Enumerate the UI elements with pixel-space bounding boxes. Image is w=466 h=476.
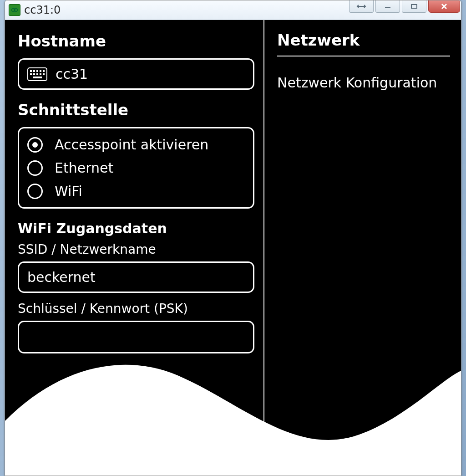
close-button[interactable] xyxy=(428,0,460,13)
interface-radio-group: Accesspoint aktivieren Ethernet WiFi xyxy=(18,127,254,209)
radio-ethernet[interactable]: Ethernet xyxy=(27,156,245,179)
maximize-button[interactable] xyxy=(402,0,426,13)
svg-rect-4 xyxy=(30,70,32,72)
psk-label: Schlüssel / Kennwort (PSK) xyxy=(18,301,254,316)
hostname-heading: Hostname xyxy=(18,32,254,50)
keyboard-icon xyxy=(27,67,47,81)
side-title: Netzwerk xyxy=(277,31,450,56)
radio-icon xyxy=(27,160,43,176)
side-item-network-config[interactable]: Netzwerk Konfiguration xyxy=(277,74,450,92)
svg-rect-9 xyxy=(30,73,32,75)
psk-field[interactable] xyxy=(18,321,254,353)
ssid-value: beckernet xyxy=(27,269,96,285)
svg-rect-11 xyxy=(36,73,38,75)
radio-accesspoint[interactable]: Accesspoint aktivieren xyxy=(27,133,245,156)
ssid-field[interactable]: beckernet xyxy=(18,261,254,293)
minimize-button[interactable] xyxy=(375,0,400,13)
radio-label: WiFi xyxy=(55,183,82,199)
svg-rect-14 xyxy=(33,77,42,78)
interface-heading: Schnittstelle xyxy=(18,101,254,119)
resize-button[interactable] xyxy=(349,0,374,13)
window-controls xyxy=(347,0,461,15)
side-panel: Netzwerk Netzwerk Konfiguration xyxy=(263,20,461,476)
radio-icon xyxy=(27,184,43,199)
wifi-heading: WiFi Zugangsdaten xyxy=(18,220,254,236)
svg-rect-12 xyxy=(40,73,41,75)
radio-label: Ethernet xyxy=(55,160,113,176)
svg-rect-5 xyxy=(33,70,35,72)
svg-point-1 xyxy=(14,9,15,11)
titlebar: cc31:0 xyxy=(5,0,461,20)
svg-rect-2 xyxy=(411,5,417,8)
svg-rect-6 xyxy=(36,70,38,72)
svg-rect-10 xyxy=(33,73,35,75)
app-window: cc31:0 Hostname xyxy=(5,0,461,476)
main-panel: Hostname cc31 Schnittstelle xyxy=(5,20,263,476)
svg-rect-13 xyxy=(43,73,45,75)
app-icon xyxy=(9,4,20,16)
window-title: cc31:0 xyxy=(24,4,61,16)
client-area: Hostname cc31 Schnittstelle xyxy=(5,20,461,476)
hostname-value: cc31 xyxy=(56,66,88,82)
radio-icon xyxy=(27,137,43,153)
hostname-field[interactable]: cc31 xyxy=(18,58,254,90)
ssid-label: SSID / Netzwerkname xyxy=(18,242,254,257)
svg-rect-8 xyxy=(43,70,45,72)
svg-rect-7 xyxy=(40,70,41,72)
radio-wifi[interactable]: WiFi xyxy=(27,179,245,203)
radio-label: Accesspoint aktivieren xyxy=(55,137,208,153)
